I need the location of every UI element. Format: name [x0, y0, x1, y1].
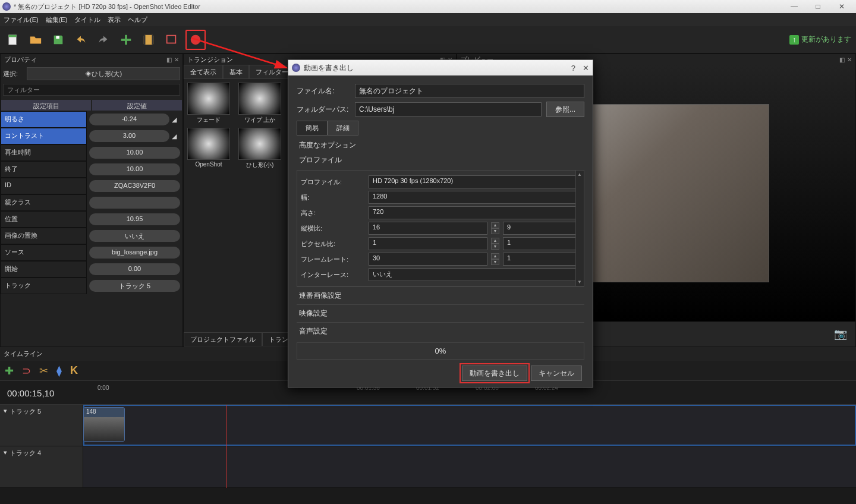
property-row[interactable]: 開始0.00: [1, 261, 182, 278]
pixel-num-input[interactable]: 1: [369, 237, 487, 250]
cancel-button[interactable]: キャンセル: [531, 366, 582, 381]
new-project-icon[interactable]: [5, 32, 21, 48]
property-row[interactable]: 画像の置換いいえ: [1, 228, 182, 244]
snap-icon[interactable]: ⊃: [22, 364, 31, 377]
property-value[interactable]: 10.95: [89, 213, 180, 225]
property-row[interactable]: ソースbig_losange.jpg: [1, 244, 182, 261]
transition-item[interactable]: ひし形(小): [238, 128, 281, 169]
panel-close-icon[interactable]: ✕: [847, 56, 852, 63]
transition-label: ワイプ 上か: [238, 116, 281, 124]
property-row[interactable]: コントラスト3.00◢: [1, 128, 182, 144]
track-header-4[interactable]: ▾トラック 4: [0, 446, 83, 487]
pixel-num-spinner[interactable]: ▲▼: [491, 238, 499, 250]
keyframe-icon[interactable]: ◢: [172, 116, 182, 124]
property-row[interactable]: 終了10.00: [1, 161, 182, 178]
clip-label: 148: [84, 408, 124, 417]
export-dialog: 動画を書き出し ? ✕ ファイル名: フォルダーパス: 参照... 簡易 詳細 …: [288, 59, 593, 388]
marker-icon[interactable]: ⧫: [56, 364, 62, 377]
property-value[interactable]: 10.00: [89, 163, 180, 175]
pixel-den-input[interactable]: 1: [503, 237, 580, 250]
section-advanced[interactable]: 高度なオプション: [297, 136, 584, 155]
tab-simple[interactable]: 簡易: [297, 121, 328, 136]
height-input[interactable]: 720: [369, 206, 580, 219]
properties-table: 設定項目 設定値 明るさ-0.24◢コントラスト3.00◢再生時間10.00終了…: [1, 99, 182, 294]
dialog-scrollbar[interactable]: [575, 171, 584, 286]
svg-rect-2: [56, 36, 59, 39]
save-project-icon[interactable]: [50, 32, 67, 48]
add-track-icon[interactable]: ✚: [5, 364, 14, 377]
aspect-num-input[interactable]: 16: [369, 222, 487, 235]
fps-den-input[interactable]: 1: [503, 253, 580, 266]
track-body-5[interactable]: 148: [83, 405, 856, 446]
section-video[interactable]: 映像設定: [297, 304, 584, 322]
property-value[interactable]: いいえ: [89, 230, 180, 242]
window-maximize-button[interactable]: □: [806, 2, 830, 11]
browse-button[interactable]: 参照...: [546, 102, 584, 117]
window-close-button[interactable]: ✕: [830, 2, 854, 11]
update-indicator[interactable]: ↑ 更新があります: [789, 34, 851, 45]
update-arrow-icon: ↑: [789, 35, 799, 45]
keyframe-icon[interactable]: ◢: [172, 133, 182, 140]
property-value[interactable]: -0.24: [89, 114, 169, 125]
menu-help[interactable]: ヘルプ: [128, 15, 147, 24]
dialog-close-button[interactable]: ✕: [583, 64, 589, 73]
fps-num-input[interactable]: 30: [369, 253, 487, 266]
dialog-help-button[interactable]: ?: [571, 64, 575, 73]
interlace-select[interactable]: いいえ: [369, 268, 580, 281]
undo-icon[interactable]: [73, 32, 89, 48]
property-value[interactable]: 10.00: [89, 147, 180, 159]
select-combo[interactable]: ◈ひし形(大): [27, 67, 180, 80]
width-input[interactable]: 1280: [369, 191, 580, 204]
section-audio[interactable]: 音声設定: [297, 322, 584, 340]
menu-edit[interactable]: 編集(E): [46, 15, 68, 24]
property-row[interactable]: 明るさ-0.24◢: [1, 111, 182, 128]
aspect-num-spinner[interactable]: ▲▼: [491, 222, 499, 234]
property-value[interactable]: ZQAC38V2F0: [89, 180, 180, 192]
section-sequence[interactable]: 連番画像設定: [297, 286, 584, 304]
menu-view[interactable]: 表示: [108, 15, 121, 24]
fps-num-spinner[interactable]: ▲▼: [491, 253, 499, 265]
redo-icon[interactable]: [95, 32, 112, 48]
profile-label: プロファイル:: [301, 178, 365, 187]
track-header-5[interactable]: ▾トラック 5: [0, 405, 83, 446]
open-project-icon[interactable]: [27, 32, 44, 48]
profile-icon[interactable]: [140, 32, 157, 48]
clip-1[interactable]: 148: [83, 407, 125, 442]
property-row[interactable]: 再生時間10.00: [1, 144, 182, 161]
property-value[interactable]: [89, 197, 180, 209]
panel-close-icon[interactable]: ✕: [174, 56, 179, 63]
playhead[interactable]: [226, 405, 226, 488]
transition-item[interactable]: OpenShot: [187, 128, 230, 169]
transition-item[interactable]: ワイプ 上か: [238, 83, 281, 124]
file-name-label: ファイル名:: [297, 86, 350, 96]
window-minimize-button[interactable]: ―: [782, 2, 806, 11]
export-progress: 0%: [297, 342, 584, 360]
fullscreen-icon[interactable]: [163, 32, 180, 48]
menu-file[interactable]: ファイル(E): [4, 15, 39, 24]
menu-title[interactable]: タイトル: [74, 15, 100, 24]
panel-undock-icon[interactable]: ◧: [839, 56, 845, 63]
aspect-den-input[interactable]: 9: [503, 222, 580, 235]
property-row[interactable]: IDZQAC38V2F0: [1, 178, 182, 194]
properties-filter-input[interactable]: フィルター: [3, 84, 180, 96]
file-name-input[interactable]: [355, 84, 584, 98]
property-row[interactable]: 親クラス: [1, 194, 182, 211]
tab-project-files[interactable]: プロジェクトファイル: [184, 332, 262, 346]
profile-select[interactable]: HD 720p 30 fps (1280x720): [369, 175, 580, 188]
property-value[interactable]: big_losange.jpg: [89, 247, 180, 259]
transition-item[interactable]: フェード: [187, 83, 230, 124]
import-icon[interactable]: [118, 32, 134, 48]
razor-icon[interactable]: ✂: [39, 364, 48, 377]
folder-path-input[interactable]: [355, 102, 542, 116]
property-value[interactable]: トラック 5: [89, 280, 180, 292]
property-value[interactable]: 0.00: [89, 263, 180, 275]
property-value[interactable]: 3.00: [89, 130, 169, 142]
tab-detail[interactable]: 詳細: [328, 121, 358, 136]
track-body-4[interactable]: [83, 446, 856, 487]
export-confirm-button[interactable]: 動画を書き出し: [462, 366, 527, 381]
panel-undock-icon[interactable]: ◧: [166, 56, 172, 63]
prev-marker-icon[interactable]: K: [70, 364, 78, 377]
property-row[interactable]: トラックトラック 5: [1, 278, 182, 294]
property-row[interactable]: 位置10.95: [1, 211, 182, 228]
snapshot-icon[interactable]: 📷: [834, 327, 847, 341]
